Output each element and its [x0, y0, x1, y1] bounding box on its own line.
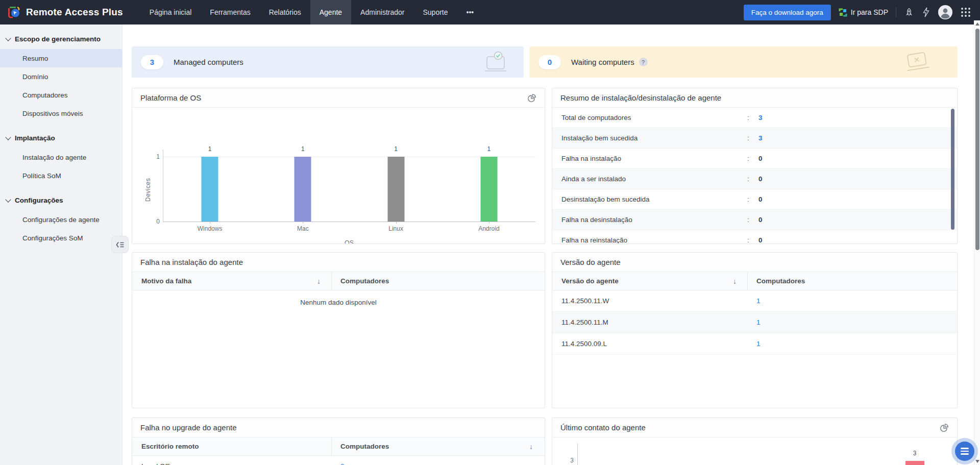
- chevron-down-icon: [5, 35, 11, 41]
- avatar[interactable]: [938, 5, 953, 20]
- go-to-sdp-button[interactable]: Ir para SDP: [839, 8, 888, 17]
- bar-windows[interactable]: [202, 157, 218, 222]
- remote-access-plus-logo-icon: [7, 6, 21, 19]
- page-scrollbar[interactable]: [974, 20, 980, 465]
- computers-count-link[interactable]: 3: [340, 462, 345, 465]
- nav-relatorios[interactable]: Relatórios: [260, 0, 310, 25]
- lightning-icon[interactable]: [922, 7, 930, 17]
- computer-check-icon: [483, 52, 509, 75]
- computers-count-link[interactable]: 1: [756, 340, 761, 348]
- table-header: Motivo da falha ↓ Computadores: [132, 272, 545, 290]
- scrollbar-thumb[interactable]: [975, 29, 979, 250]
- managed-computers-label: Managed computers: [174, 58, 243, 66]
- x-label-windows: Windows: [163, 225, 256, 232]
- managed-computers-count[interactable]: 3: [141, 55, 163, 69]
- summary-row: Instalação bem sucedida : 3: [552, 128, 957, 149]
- no-data-message: Nenhum dado disponível: [132, 299, 545, 306]
- sidebar-item-computadores[interactable]: Computadores: [0, 86, 122, 104]
- card-title: Último contato do agente: [560, 423, 646, 432]
- summary-row: Falha na instalação : 0: [552, 149, 957, 169]
- apps-grid-icon[interactable]: [961, 7, 971, 17]
- card-title: Plataforma de OS: [140, 93, 201, 102]
- summary-row: Falha na reinstalação : 0: [552, 230, 957, 244]
- scroll-down-icon[interactable]: [975, 460, 979, 463]
- download-now-button[interactable]: Faça o download agora: [744, 5, 831, 20]
- section-configuracoes[interactable]: Configurações: [0, 193, 122, 207]
- col-motivo-da-falha[interactable]: Motivo da falha: [132, 277, 191, 285]
- value: 0: [758, 155, 763, 162]
- sdp-logo-icon: [839, 8, 847, 17]
- col-computadores[interactable]: Computadores: [340, 277, 389, 285]
- bar-value-label: 1: [163, 145, 256, 153]
- help-icon[interactable]: ?: [639, 58, 648, 66]
- table-row: 11.4.2500.11.W 1: [552, 290, 957, 312]
- col-computadores[interactable]: Computadores: [756, 277, 805, 285]
- summary-row: Total de computadores : 3: [552, 108, 957, 128]
- sidebar-item-instalacao-do-agente[interactable]: Instalação do agente: [0, 148, 122, 166]
- nav-suporte[interactable]: Suporte: [413, 0, 457, 25]
- value-link[interactable]: 3: [758, 114, 763, 121]
- table-row: 11.4.2500.09.L 1: [552, 333, 957, 355]
- navbar-right: Faça o download agora Ir para SDP: [744, 5, 980, 20]
- nav-pagina-inicial[interactable]: Página inicial: [140, 0, 201, 25]
- waiting-computers-count[interactable]: 0: [538, 55, 561, 69]
- rocket-icon[interactable]: [904, 7, 914, 17]
- scroll-up-icon[interactable]: [975, 22, 979, 26]
- sidebar-collapse-button[interactable]: [111, 236, 129, 253]
- value: 0: [758, 195, 763, 203]
- brand[interactable]: Remote Access Plus: [0, 6, 133, 19]
- pie-chart-toggle-icon[interactable]: [940, 423, 949, 432]
- main-menu: Página inicial Ferramentas Relatórios Ag…: [140, 0, 483, 25]
- install-failure-card: Falha na instalação do agente Motivo da …: [132, 252, 545, 408]
- bar-android[interactable]: [480, 157, 497, 222]
- agent-version-card: Versão do agente Versão do agente ↓ Comp…: [552, 252, 958, 408]
- pie-chart-toggle-icon[interactable]: [527, 93, 536, 103]
- sort-descending-icon[interactable]: ↓: [733, 277, 737, 285]
- table-row: 11.4.2500.11.M 1: [552, 312, 957, 333]
- os-platform-bar-chart: Devices 1 0 1 1 1 1 Windows Mac Linux An…: [132, 108, 545, 243]
- bar-mac[interactable]: [295, 157, 311, 222]
- section-implantacao[interactable]: Implantação: [0, 131, 122, 145]
- divider: [896, 7, 896, 17]
- bar-value-label: 3: [899, 450, 930, 457]
- bar-last-contact[interactable]: [905, 461, 924, 465]
- nav-ferramentas[interactable]: Ferramentas: [201, 0, 259, 25]
- sidebar-item-dispositivos-moveis[interactable]: Dispositivos móveis: [0, 104, 122, 123]
- floating-menu-button[interactable]: [951, 438, 978, 464]
- sidebar-item-resumo[interactable]: Resumo: [0, 49, 122, 67]
- card-title: Versão do agente: [560, 258, 621, 266]
- nav-agente[interactable]: Agente: [310, 0, 351, 25]
- computers-count-link[interactable]: 1: [756, 297, 761, 305]
- sidebar-item-dominio[interactable]: Domínio: [0, 67, 122, 86]
- bar-value-label: 1: [256, 145, 349, 153]
- sort-descending-icon[interactable]: ↓: [529, 443, 533, 451]
- sidebar-item-configuracoes-de-agente[interactable]: Configurações de agente: [0, 210, 122, 229]
- computers-count-link[interactable]: 1: [756, 319, 761, 326]
- col-versao-do-agente[interactable]: Versão do agente: [552, 277, 619, 285]
- summary-row: Falha na desinstalação : 0: [552, 210, 957, 230]
- sidebar: Escopo de gerenciamento Resumo Domínio C…: [0, 25, 122, 465]
- nav-administrador[interactable]: Administrador: [351, 0, 413, 25]
- sort-descending-icon[interactable]: ↓: [317, 277, 321, 285]
- col-escritorio-remoto[interactable]: Escritório remoto: [132, 443, 199, 450]
- os-platform-card: Plataforma de OS Devices 1 0 1 1 1 1: [132, 88, 545, 244]
- card-scrollbar[interactable]: [951, 109, 954, 230]
- x-label-mac: Mac: [256, 225, 349, 232]
- x-label-linux: Linux: [350, 225, 443, 232]
- y-axis-label: Devices: [144, 178, 152, 202]
- nav-more-menu[interactable]: •••: [457, 0, 483, 25]
- value-link[interactable]: 3: [758, 134, 763, 142]
- col-computadores[interactable]: Computadores: [340, 443, 389, 450]
- x-label-android: Android: [443, 225, 535, 232]
- summary-row: Ainda a ser instalado : 0: [552, 169, 957, 189]
- card-title: Resumo de instalação/desinstalação de ag…: [560, 93, 721, 102]
- bar-linux[interactable]: [387, 157, 404, 222]
- sidebar-item-politica-som[interactable]: Política SoM: [0, 166, 122, 185]
- sidebar-item-configuracoes-som[interactable]: Configurações SoM: [0, 229, 122, 247]
- card-title: Falha no upgrade do agente: [140, 423, 237, 432]
- y-tick-3: 3: [562, 457, 574, 464]
- card-title: Falha na instalação do agente: [140, 258, 243, 266]
- section-escopo-de-gerenciamento[interactable]: Escopo de gerenciamento: [0, 32, 122, 46]
- y-axis-line: [577, 444, 578, 465]
- upgrade-failure-card: Falha no upgrade do agente Escritório re…: [132, 418, 545, 465]
